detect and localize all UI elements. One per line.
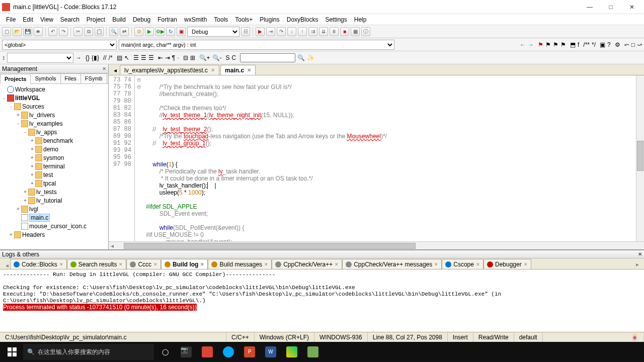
copy-button[interactable]: ⧉	[84, 27, 93, 36]
find-button[interactable]: 🔍	[109, 27, 118, 36]
tree-node[interactable]: +lvgl	[1, 205, 107, 213]
tree-node[interactable]: +demo	[1, 145, 107, 153]
jump-frame-button[interactable]: □	[631, 41, 635, 48]
block-comment-button[interactable]: /*	[109, 54, 113, 61]
jump-fwd-button[interactable]: ⤻	[637, 41, 642, 48]
tree-node[interactable]: main.c	[1, 213, 107, 222]
mgmt-tab-symbols[interactable]: Symbols	[30, 73, 60, 83]
cut-button[interactable]: ✂	[73, 27, 83, 36]
match-brace-button[interactable]: {}	[86, 54, 90, 61]
mgmt-tab-projects[interactable]: Projects	[0, 74, 31, 84]
nav-fwd-button[interactable]: →	[528, 41, 534, 48]
tree-node[interactable]: Workspace	[1, 85, 107, 94]
mgmt-tab-fsymb[interactable]: FSymb	[80, 73, 107, 83]
prev-bookmark2-button[interactable]: ☰	[141, 54, 146, 61]
tree-node[interactable]: -lv_examples	[1, 119, 107, 128]
bookmark-next-button[interactable]: ⚑	[553, 41, 558, 48]
tab-close-icon[interactable]: ✕	[211, 67, 215, 73]
build-run-button[interactable]: ⚙▶	[155, 27, 165, 36]
highlight-s-button[interactable]: S	[226, 54, 230, 61]
log-tab-cppcheck-vera-messages[interactable]: CppCheck/Vera++ messages✕	[342, 259, 442, 269]
project-tree[interactable]: Workspace-littleVGL-Sources+lv_drivers-l…	[0, 84, 108, 249]
highlight-c-button[interactable]: C	[232, 54, 236, 61]
menu-tools[interactable]: Tools	[211, 15, 231, 24]
debug-run-button[interactable]: ▶	[256, 27, 265, 36]
editor-tab[interactable]: lv_examples\lv_apps\test\test.c✕	[120, 65, 219, 75]
log-tab-cccc[interactable]: Cccc✕	[126, 259, 161, 269]
menu-doxyblocks[interactable]: DoxyBlocks	[284, 15, 321, 24]
zoom-in-button[interactable]: 🔍+	[199, 54, 210, 61]
taskbar-app2[interactable]	[282, 344, 302, 360]
step-instr-button[interactable]: ⇊	[319, 27, 328, 36]
abort-button[interactable]: ▣	[177, 27, 186, 36]
select-all-button[interactable]: ▤	[117, 54, 122, 61]
doxy-config-button[interactable]: ⚙	[615, 41, 620, 48]
menu-plugins[interactable]: Plugins	[257, 15, 282, 24]
menu-help[interactable]: Help	[351, 15, 370, 24]
bookmark-prev-button[interactable]: ⚑	[545, 41, 551, 48]
menu-debug[interactable]: Debug	[130, 15, 153, 24]
comment-line-button[interactable]: */	[592, 41, 596, 48]
bookmark-toggle-button[interactable]: ⚑	[538, 41, 543, 48]
doxy-run-button[interactable]: ▣	[600, 41, 605, 48]
open-button[interactable]: 📂	[13, 27, 22, 36]
fold-all-button[interactable]: ⊟	[183, 54, 188, 61]
stop-debug-button[interactable]: ■	[340, 27, 349, 36]
tree-node[interactable]: -littleVGL	[1, 94, 107, 102]
comment-block-button[interactable]: /**	[583, 41, 590, 48]
taskbar-app1[interactable]	[197, 344, 217, 360]
fold-gutter[interactable]: ⊟ ⊟	[135, 75, 143, 241]
tree-node[interactable]: +lv_tutorial	[1, 196, 107, 205]
tree-node[interactable]: +terminal	[1, 162, 107, 170]
unfold-all-button[interactable]: ⊞	[190, 54, 195, 61]
debug-windows-button[interactable]: ▦	[351, 27, 360, 36]
menu-build[interactable]: Build	[109, 15, 129, 24]
taskbar-word[interactable]: W	[261, 344, 281, 360]
tree-node[interactable]: +tpcal	[1, 179, 107, 188]
targets-button[interactable]: ☷	[241, 27, 250, 36]
run-button[interactable]: ▶	[145, 27, 154, 36]
management-close-button[interactable]: ✕	[102, 66, 106, 71]
rebuild-button[interactable]: ↻	[166, 27, 175, 36]
menu-view[interactable]: View	[37, 15, 56, 24]
logs-content[interactable]: -------------- Run: Debug in littleVGL (…	[0, 269, 644, 332]
save-button[interactable]: 💾	[23, 27, 32, 36]
menu-search[interactable]: Search	[57, 15, 83, 24]
toggle-source-header-button[interactable]: ↕	[2, 54, 5, 61]
vertical-scrollbar[interactable]	[636, 75, 644, 241]
taskbar-edge[interactable]	[218, 344, 238, 360]
build-target-select[interactable]: Debug	[187, 27, 239, 37]
scope-select[interactable]: <global>	[2, 40, 117, 50]
step-over-button[interactable]: ↷	[277, 27, 286, 36]
code-editor[interactable]: 73 74 75 76 77 78 79 80 81 82 83 84 85 8…	[109, 75, 644, 241]
taskbar-camera[interactable]: 📷	[176, 344, 196, 360]
quick-symbol-select[interactable]	[7, 53, 73, 63]
code-content[interactable]: /*Try the benchmark to see how fast your…	[143, 75, 644, 241]
tab-scroll-left-button[interactable]: ◂	[114, 67, 120, 75]
paste-button[interactable]: 📋	[95, 27, 104, 36]
logs-tab-scroll-right[interactable]: ▸	[633, 260, 642, 269]
search-button[interactable]: 🔍	[297, 54, 305, 61]
log-tab-cscope[interactable]: Cscope✕	[442, 259, 484, 269]
cursor-button[interactable]: ↖	[124, 54, 129, 61]
highlight-button[interactable]: ✨	[307, 54, 314, 61]
status-lang-indicator[interactable]: 🀄	[626, 332, 644, 342]
tree-node[interactable]: -Sources	[1, 102, 107, 111]
log-tab-build-log[interactable]: Build log✕	[161, 259, 208, 269]
replace-button[interactable]: ⇄	[120, 27, 129, 36]
run-to-cursor-button[interactable]: ⇥	[266, 27, 275, 36]
eol-button[interactable]: ¶	[172, 54, 175, 61]
taskbar-notepadpp[interactable]	[303, 344, 323, 360]
toggle-bookmark2-button[interactable]: ☰	[133, 54, 139, 61]
incremental-search-input[interactable]	[240, 53, 295, 62]
menu-settings[interactable]: Settings	[322, 15, 350, 24]
log-tab-cppcheck-vera-[interactable]: CppCheck/Vera++✕	[272, 259, 342, 269]
tree-node[interactable]: +test	[1, 170, 107, 179]
start-button[interactable]	[2, 344, 22, 360]
logs-close-button[interactable]: ✕	[638, 251, 642, 257]
function-select[interactable]: main(int argc, char** argv) : int	[119, 40, 394, 50]
menu-fortran[interactable]: Fortran	[154, 15, 180, 24]
mgmt-tab-files[interactable]: Files	[60, 73, 81, 83]
break-button[interactable]: ⏸	[330, 27, 339, 36]
redo-button[interactable]: ↷	[59, 27, 68, 36]
